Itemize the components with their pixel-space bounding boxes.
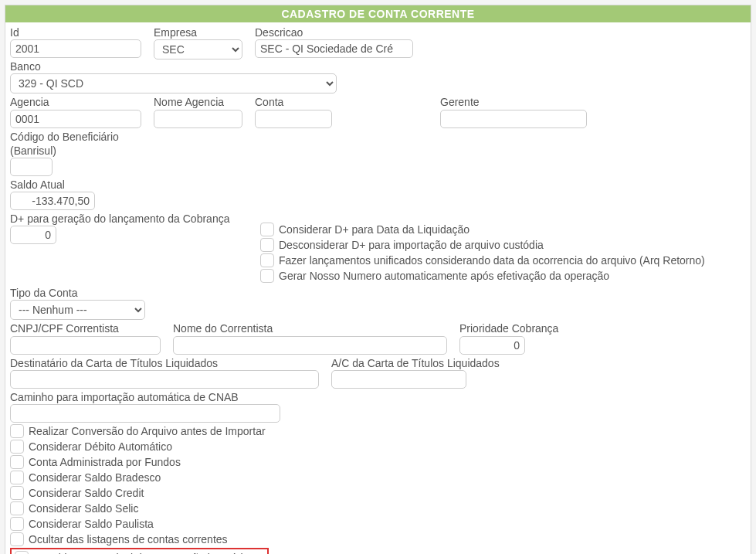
conta-input[interactable] — [255, 110, 332, 128]
descricao-input[interactable] — [255, 39, 413, 58]
tipo-conta-label: Tipo da Conta — [10, 286, 145, 300]
ocultar-listagens-checkbox[interactable] — [10, 532, 24, 546]
ocultar-listagens-label: Ocultar das listagens de contas corrente… — [29, 533, 228, 546]
gerente-input[interactable] — [440, 110, 587, 128]
id-input[interactable] — [10, 39, 141, 58]
nome-agencia-input[interactable] — [154, 110, 242, 128]
debito-automatico-label: Considerar Débito Automático — [29, 440, 172, 453]
agencia-input[interactable] — [10, 110, 141, 128]
agencia-label: Agencia — [10, 95, 141, 109]
realizar-conversao-label: Realizar Conversão do Arquivo antes de I… — [29, 425, 266, 437]
saldo-bradesco-label: Considerar Saldo Bradesco — [29, 471, 161, 484]
page-title: CADASTRO DE CONTA CORRENTE — [5, 5, 751, 22]
caminho-cnab-label: Caminho para importação automática de CN… — [10, 390, 280, 404]
desconsiderar-dmais-custodia-checkbox[interactable] — [260, 238, 274, 252]
lancamentos-unificados-label: Fazer lançamentos unificados considerand… — [279, 254, 705, 267]
painel-automacao-checkbox[interactable] — [15, 551, 29, 554]
debito-automatico-checkbox[interactable] — [10, 440, 24, 454]
saldo-credit-checkbox[interactable] — [10, 486, 24, 500]
saldo-atual-label: Saldo Atual — [10, 178, 95, 192]
realizar-conversao-checkbox[interactable] — [10, 424, 24, 438]
destinatario-carta-label: Destinatário da Carta de Títulos Liquida… — [10, 356, 319, 370]
descricao-label: Descricao — [255, 25, 413, 39]
codigo-beneficiario-label: Código do Beneficiário (Banrisul) — [10, 130, 149, 158]
desconsiderar-dmais-custodia-label: Desconsiderar D+ para importação de arqu… — [279, 239, 544, 251]
considerar-dmais-liquidacao-checkbox[interactable] — [260, 223, 274, 236]
ac-carta-input[interactable] — [331, 370, 466, 389]
nome-correntista-label: Nome do Correntista — [173, 321, 447, 335]
cnpj-correntista-label: CNPJ/CPF Correntista — [10, 321, 161, 335]
prioridade-cobranca-label: Prioridade Cobrança — [459, 321, 558, 335]
codigo-beneficiario-input[interactable] — [10, 158, 53, 176]
dmais-label: D+ para geração do lançamento da Cobranç… — [10, 212, 249, 226]
conta-fundos-checkbox[interactable] — [10, 455, 24, 469]
saldo-atual-input[interactable] — [10, 192, 95, 210]
empresa-select[interactable]: SEC — [154, 39, 242, 59]
id-label: Id — [10, 25, 141, 39]
prioridade-cobranca-input[interactable] — [459, 336, 525, 355]
gerar-nosso-numero-checkbox[interactable] — [260, 269, 274, 283]
form-body: Id Empresa SEC Descricao Banco 329 - QI … — [5, 22, 751, 554]
conta-label: Conta — [255, 95, 332, 109]
saldo-paulista-checkbox[interactable] — [10, 517, 24, 531]
gerente-label: Gerente — [440, 95, 587, 109]
saldo-selic-label: Considerar Saldo Selic — [29, 502, 138, 515]
empresa-label: Empresa — [154, 25, 242, 39]
painel-automacao-highlight: Considerar no painel de automação bancár… — [10, 548, 269, 554]
saldo-bradesco-checkbox[interactable] — [10, 471, 24, 484]
conta-fundos-label: Conta Administrada por Fundos — [29, 456, 181, 468]
tipo-conta-select[interactable]: --- Nenhum --- — [10, 300, 145, 320]
banco-select[interactable]: 329 - QI SCD — [10, 73, 337, 93]
saldo-credit-label: Considerar Saldo Credit — [29, 487, 144, 499]
nome-agencia-label: Nome Agencia — [154, 95, 242, 109]
caminho-cnab-input[interactable] — [10, 404, 280, 423]
banco-label: Banco — [10, 59, 337, 73]
ac-carta-label: A/C da Carta de Títulos Liquidados — [331, 356, 500, 370]
destinatario-carta-input[interactable] — [10, 370, 319, 389]
considerar-dmais-liquidacao-label: Considerar D+ para Data da Liquidação — [279, 223, 470, 236]
dmais-input[interactable] — [10, 226, 56, 244]
lancamentos-unificados-checkbox[interactable] — [260, 253, 274, 267]
form-container: CADASTRO DE CONTA CORRENTE Id Empresa SE… — [5, 5, 751, 554]
saldo-paulista-label: Considerar Saldo Paulista — [29, 518, 154, 530]
saldo-selic-checkbox[interactable] — [10, 501, 24, 515]
gerar-nosso-numero-label: Gerar Nosso Numero automaticamente após … — [279, 270, 609, 282]
nome-correntista-input[interactable] — [173, 336, 447, 355]
cnpj-correntista-input[interactable] — [10, 336, 161, 355]
